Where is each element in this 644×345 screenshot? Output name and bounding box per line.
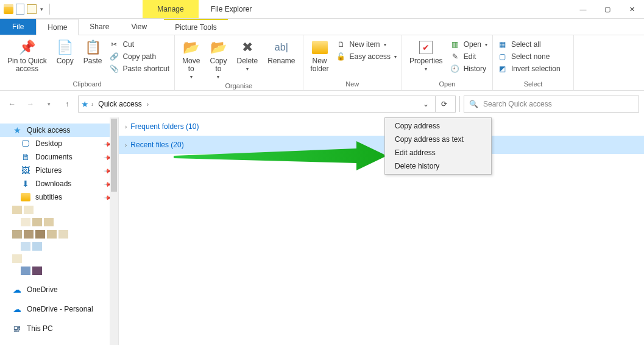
close-button[interactable]: ✕ xyxy=(620,0,644,18)
ribbon-group-new: New folder 🗋New item ▾ 🔓Easy access ▾ Ne… xyxy=(303,35,402,90)
delete-button[interactable]: ✖ Delete ▾ xyxy=(233,37,261,74)
properties-caret: ▾ xyxy=(425,66,427,72)
window-title: File Explorer xyxy=(199,0,252,18)
scrollbar-thumb[interactable] xyxy=(111,119,117,192)
star-icon: ★ xyxy=(12,125,22,135)
ribbon-group-clipboard: 📌 Pin to Quick access 📄 Copy 📋 Paste ✂Cu… xyxy=(0,35,175,90)
address-dropdown-caret[interactable]: ⌄ xyxy=(423,100,433,108)
back-button[interactable]: ← xyxy=(5,97,19,111)
refresh-button[interactable]: ⟳ xyxy=(435,96,453,113)
documents-icon: 🗎 xyxy=(21,152,30,162)
cut-icon: ✂ xyxy=(109,40,119,49)
qat-separator xyxy=(49,4,50,15)
maximize-button[interactable]: ▢ xyxy=(595,0,620,18)
qat-customize-caret[interactable]: ▾ xyxy=(39,6,44,12)
navpane-blurred-item[interactable] xyxy=(0,253,118,265)
navpane-item-label: Desktop xyxy=(35,139,62,148)
address-bar[interactable]: ★ › Quick access › ⌄ ⟳ xyxy=(78,96,456,113)
this-pc-icon: 🖳 xyxy=(12,324,22,333)
history-button[interactable]: 🕘History xyxy=(449,63,489,74)
new-item-icon: 🗋 xyxy=(336,40,346,49)
rename-button[interactable]: ab| Rename xyxy=(264,37,299,68)
tab-file[interactable]: File xyxy=(0,19,36,35)
nav-separator xyxy=(459,96,460,112)
move-to-button[interactable]: 📂 Move to ▾ xyxy=(179,37,203,82)
paste-shortcut-button[interactable]: 📎Paste shortcut xyxy=(108,63,171,74)
qat-properties-icon[interactable] xyxy=(16,4,24,15)
cut-button[interactable]: ✂Cut xyxy=(108,39,171,50)
group-frequent-folders[interactable]: › Frequent folders (10) xyxy=(119,117,644,136)
ribbon: 📌 Pin to Quick access 📄 Copy 📋 Paste ✂Cu… xyxy=(0,35,644,91)
onedrive-icon: ☁ xyxy=(12,285,22,294)
tabs-align-spacer xyxy=(56,0,143,18)
navpane-blurred-item[interactable] xyxy=(0,216,118,228)
navpane-blurred-item[interactable] xyxy=(0,240,118,253)
tab-picture-tools[interactable]: Picture Tools xyxy=(164,19,227,35)
navpane-downloads[interactable]: ⬇Downloads📌 xyxy=(0,177,118,190)
forward-button[interactable]: → xyxy=(23,97,38,111)
ctx-edit-address[interactable]: Edit address xyxy=(386,146,490,159)
minimize-button[interactable]: — xyxy=(571,0,595,18)
paste-shortcut-icon: 📎 xyxy=(109,64,119,74)
group-recent-files[interactable]: › Recent files (20) xyxy=(119,136,644,154)
copy-path-button[interactable]: 🔗Copy path xyxy=(108,51,171,62)
recent-locations-caret[interactable]: ▾ xyxy=(41,97,56,111)
folder-icon xyxy=(21,192,30,202)
ctx-copy-address-as-text[interactable]: Copy address as text xyxy=(386,133,490,146)
easy-access-button[interactable]: 🔓Easy access ▾ xyxy=(335,51,398,62)
navpane-item-label: subtitles xyxy=(35,193,62,201)
navpane-subtitles[interactable]: subtitles📌 xyxy=(0,190,118,204)
navpane-blurred-item[interactable] xyxy=(0,204,118,216)
paste-button[interactable]: 📋 Paste xyxy=(80,37,106,68)
search-box[interactable]: 🔍 Search Quick access xyxy=(464,96,639,113)
select-none-button[interactable]: ▢Select none xyxy=(497,51,562,62)
quick-access-toolbar: ▾ xyxy=(0,0,56,18)
tab-view[interactable]: View xyxy=(120,19,158,35)
app-icon[interactable] xyxy=(4,4,13,14)
breadcrumb-chevron[interactable]: › xyxy=(147,101,149,108)
ribbon-group-organise: 📂 Move to ▾ 📂 Copy to ▾ ✖ Delete ▾ ab| R… xyxy=(175,35,303,90)
group-label-select: Select xyxy=(497,80,570,89)
navpane-documents[interactable]: 🗎Documents📌 xyxy=(0,150,118,164)
group-recent-label: Recent files (20) xyxy=(130,141,183,149)
pin-to-quick-access-button[interactable]: 📌 Pin to Quick access xyxy=(4,37,51,75)
navpane-onedrive-personal[interactable]: ☁OneDrive - Personal xyxy=(0,302,118,316)
copy-to-button[interactable]: 📂 Copy to ▾ xyxy=(206,37,230,82)
navpane-onedrive[interactable]: ☁OneDrive xyxy=(0,283,118,296)
open-button[interactable]: ▥Open ▾ xyxy=(449,39,489,50)
invert-selection-button[interactable]: ◩Invert selection xyxy=(497,63,562,74)
select-all-button[interactable]: ▦Select all xyxy=(497,39,562,50)
group-label-open: Open xyxy=(406,80,489,89)
up-button[interactable]: ↑ xyxy=(60,97,74,111)
select-none-icon: ▢ xyxy=(498,52,508,61)
navpane-desktop[interactable]: 🖵Desktop📌 xyxy=(0,137,118,150)
navpane-scrollbar[interactable] xyxy=(110,117,118,345)
contextual-tab-manage[interactable]: Manage xyxy=(143,0,199,18)
navpane-quick-access[interactable]: ★ Quick access xyxy=(0,124,118,137)
tab-home[interactable]: Home xyxy=(36,19,79,35)
history-icon: 🕘 xyxy=(450,64,460,74)
new-folder-button[interactable]: New folder xyxy=(307,37,333,75)
navpane-blurred-item[interactable] xyxy=(0,265,118,277)
breadcrumb-chevron-root[interactable]: › xyxy=(91,101,93,108)
navpane-this-pc[interactable]: 🖳This PC xyxy=(0,322,118,335)
navpane-this-pc-label: This PC xyxy=(27,324,53,333)
navigation-row: ← → ▾ ↑ ★ › Quick access › ⌄ ⟳ 🔍 Search … xyxy=(0,91,644,117)
properties-button[interactable]: ✔ Properties ▾ xyxy=(406,37,447,74)
edit-button[interactable]: ✎Edit xyxy=(449,51,489,62)
copy-button[interactable]: 📄 Copy xyxy=(53,37,77,68)
downloads-icon: ⬇ xyxy=(21,179,30,189)
search-icon: 🔍 xyxy=(469,100,478,108)
navigation-pane: ★ Quick access 🖵Desktop📌 🗎Documents📌 🖼Pi… xyxy=(0,117,119,345)
new-item-button[interactable]: 🗋New item ▾ xyxy=(335,39,398,50)
navpane-blurred-item[interactable] xyxy=(0,228,118,240)
ctx-copy-address[interactable]: Copy address xyxy=(386,119,490,133)
move-to-icon: 📂 xyxy=(183,39,200,56)
qat-new-folder-icon[interactable] xyxy=(27,4,37,14)
group-label-organise: Organise xyxy=(179,82,299,91)
breadcrumb-quick-access[interactable]: Quick access xyxy=(96,100,144,108)
tab-share[interactable]: Share xyxy=(79,19,120,35)
ctx-delete-history[interactable]: Delete history xyxy=(386,159,490,173)
navpane-pictures[interactable]: 🖼Pictures📌 xyxy=(0,164,118,177)
search-placeholder: Search Quick access xyxy=(483,100,552,108)
